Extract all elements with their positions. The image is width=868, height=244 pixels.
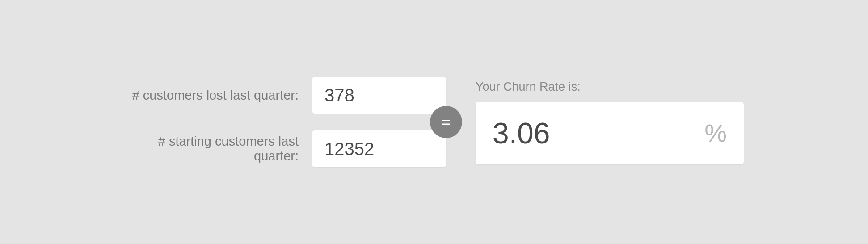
result-box: 3.06 % — [476, 102, 744, 164]
churn-rate-calculator: # customers lost last quarter: # startin… — [124, 69, 744, 175]
result-value: 3.06 — [493, 116, 550, 150]
customers-lost-label: # customers lost last quarter: — [124, 88, 299, 103]
starting-customers-input[interactable] — [312, 130, 446, 167]
result-unit: % — [704, 118, 727, 147]
starting-customers-label: # starting customers last quarter: — [124, 134, 299, 164]
result-label: Your Churn Rate is: — [476, 80, 744, 94]
fraction-inputs: # customers lost last quarter: # startin… — [124, 69, 446, 175]
numerator-row: # customers lost last quarter: — [124, 69, 446, 122]
denominator-row: # starting customers last quarter: — [124, 122, 446, 175]
customers-lost-input[interactable] — [312, 77, 446, 114]
equals-icon: = — [430, 106, 462, 138]
result-section: Your Churn Rate is: 3.06 % — [476, 80, 744, 164]
